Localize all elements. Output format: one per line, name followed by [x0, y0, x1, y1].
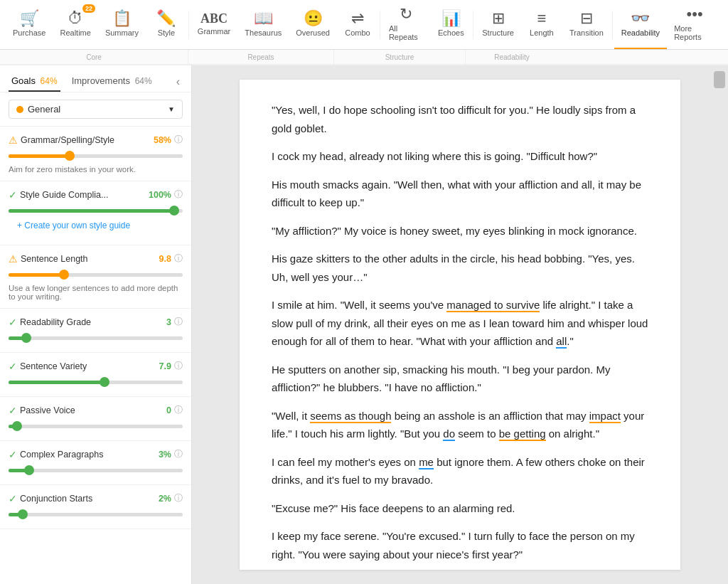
goal-info-readability[interactable]: ⓘ [174, 316, 183, 328]
toolbar-item-all-repeats[interactable]: ↻ All Repeats [382, 0, 431, 50]
toolbar-label-all-repeats: All Repeats [389, 24, 424, 41]
toolbar-item-combo[interactable]: ⇌ Combo [337, 0, 378, 50]
slider-style-guide[interactable] [9, 205, 183, 216]
sidebar: Goals 64% Improvements 64% ‹ General ▼ ⚠… [0, 65, 192, 584]
toolbar-label-echoes: Echoes [438, 28, 464, 37]
goal-info-conjunction-starts[interactable]: ⓘ [174, 492, 183, 504]
underline-be-getting: be getting [499, 428, 546, 441]
readability-icon: 👓 [631, 11, 650, 26]
underline-managed-to-survive: managed to survive [446, 299, 540, 312]
paragraph-4: "My affliction?" My voice is honey sweet… [272, 222, 648, 240]
paragraph-11: I keep my face serene. "You're excused."… [272, 527, 648, 563]
thesaurus-icon: 📖 [254, 11, 273, 26]
toolbar-item-grammar[interactable]: ABC Grammar [191, 0, 237, 50]
underline-me: me [419, 456, 434, 469]
create-guide-link[interactable]: + Create your own style guide [9, 218, 183, 238]
scroll-handle[interactable] [714, 71, 725, 88]
paragraph-5: His gaze skitters to the other adults in… [272, 250, 648, 286]
toolbar-item-length[interactable]: ≡ Length [521, 0, 562, 50]
slider-sentence-variety[interactable] [9, 376, 183, 388]
toolbar-label-length: Length [530, 28, 554, 37]
main-layout: Goals 64% Improvements 64% ‹ General ▼ ⚠… [0, 65, 728, 584]
toolbar-realtime-wrap: ⏱ Realtime 22 [53, 0, 97, 50]
goal-icon-sentence-variety: ✓ [9, 361, 17, 372]
underline-all: all [556, 335, 567, 349]
underline-do: do [443, 428, 455, 441]
goal-info-style-guide[interactable]: ⓘ [174, 189, 183, 201]
underline-impact: impact [589, 410, 621, 423]
purchase-icon: 🛒 [20, 11, 39, 26]
goal-title-style-guide: Style Guide Complia... [20, 190, 146, 200]
toolbar-label-structure: Structure [482, 28, 514, 37]
toolbar-item-summary[interactable]: 📋 Summary [98, 0, 146, 50]
sidebar-collapse-button[interactable]: ‹ [173, 73, 183, 91]
toolbar-label-readability: Readability [621, 28, 660, 37]
cat-structure-label: Structure [385, 53, 414, 61]
paragraph-2: I cock my head, already not liking where… [272, 147, 648, 166]
dropdown-chevron-icon: ▼ [168, 105, 175, 113]
goal-item-readability: ✓ Readability Grade 3 ⓘ [0, 309, 191, 353]
transition-icon: ⊟ [580, 11, 593, 26]
toolbar-divider-3 [473, 11, 473, 39]
slider-sentence-length[interactable] [9, 269, 183, 280]
toolbar-divider-2 [380, 11, 380, 39]
style-icon: ✏️ [156, 11, 176, 26]
underline-seems-as-though: seems as though [310, 410, 391, 423]
goal-icon-sentence-length: ⚠ [9, 253, 18, 265]
goal-title-readability: Readability Grade [20, 317, 164, 327]
tab-improvements[interactable]: Improvements 64% [69, 71, 155, 92]
toolbar-item-readability[interactable]: 👓 Readability [614, 0, 667, 50]
goal-title-conjunction-starts: Conjunction Starts [20, 494, 156, 504]
goal-info-grammar[interactable]: ⓘ [174, 134, 183, 146]
goal-value-readability: 3 [166, 317, 171, 327]
goal-item-conjunction-starts: ✓ Conjunction Starts 2% ⓘ [0, 485, 191, 529]
goal-item-passive-voice: ✓ Passive Voice 0 ⓘ [0, 397, 191, 441]
toolbar-transition-wrap: ⊟ Transition [562, 0, 611, 50]
goal-info-sentence-variety[interactable]: ⓘ [174, 360, 183, 372]
paragraph-9: I can feel my mother's eyes on me but ig… [272, 453, 648, 489]
goal-value-style-guide: 100% [149, 190, 171, 200]
slider-conjunction-starts[interactable] [9, 509, 183, 520]
toolbar-item-more-reports[interactable]: ••• More Reports [667, 0, 722, 50]
general-dropdown[interactable]: General ▼ [9, 100, 183, 119]
toolbar-item-realtime[interactable]: ⏱ Realtime 22 [53, 0, 97, 50]
goal-icon-grammar: ⚠ [9, 134, 18, 146]
toolbar-label-realtime: Realtime [60, 28, 90, 37]
editor-paper[interactable]: "Yes, well, I do hope schooling isn't to… [240, 80, 680, 570]
goal-info-complex-paragraphs[interactable]: ⓘ [174, 448, 183, 460]
more-reports-icon: ••• [686, 6, 702, 22]
toolbar-item-overused[interactable]: 😐 Overused [289, 0, 337, 50]
goal-item-grammar: ⚠ Grammar/Spelling/Style 58% ⓘ Aim for z… [0, 127, 191, 181]
toolbar-structure-wrap: ⊞ Structure [475, 0, 521, 50]
toolbar-more-reports-wrap: ••• More Reports [667, 0, 722, 50]
toolbar-item-echoes[interactable]: 📊 Echoes [430, 0, 471, 50]
goal-info-passive-voice[interactable]: ⓘ [174, 404, 183, 416]
toolbar-item-structure[interactable]: ⊞ Structure [475, 0, 521, 50]
goal-icon-style-guide: ✓ [9, 189, 17, 201]
slider-grammar[interactable] [9, 150, 183, 161]
slider-readability[interactable] [9, 332, 183, 344]
toolbar-divider-4 [612, 11, 613, 39]
editor-area: "Yes, well, I do hope schooling isn't to… [192, 65, 728, 584]
toolbar-item-purchase[interactable]: 🛒 Purchase [6, 0, 53, 50]
goal-value-conjunction-starts: 2% [159, 494, 171, 504]
length-icon: ≡ [537, 11, 547, 26]
realtime-badge: 22 [82, 4, 95, 13]
slider-complex-paragraphs[interactable] [9, 464, 183, 476]
toolbar-echoes-wrap: 📊 Echoes [430, 0, 471, 50]
echoes-icon: 📊 [441, 11, 461, 26]
sidebar-tabs: Goals 64% Improvements 64% ‹ [0, 65, 191, 92]
tab-goals[interactable]: Goals 64% [9, 71, 60, 92]
toolbar-all-repeats-wrap: ↻ All Repeats [382, 0, 431, 50]
goal-info-sentence-length[interactable]: ⓘ [174, 253, 183, 265]
dropdown-row: General ▼ [0, 92, 191, 127]
goal-title-grammar: Grammar/Spelling/Style [21, 135, 151, 145]
toolbar-item-thesaurus[interactable]: 📖 Thesaurus [237, 0, 289, 50]
toolbar-item-transition[interactable]: ⊟ Transition [562, 0, 611, 50]
toolbar-label-style: Style [158, 28, 175, 37]
goal-icon-passive-voice: ✓ [9, 405, 17, 416]
toolbar-item-style[interactable]: ✏️ Style [146, 0, 187, 50]
goal-desc-sentence-length: Use a few longer sentences to add more d… [9, 284, 183, 301]
goal-value-sentence-length: 9.8 [159, 254, 171, 264]
slider-passive-voice[interactable] [9, 420, 183, 432]
